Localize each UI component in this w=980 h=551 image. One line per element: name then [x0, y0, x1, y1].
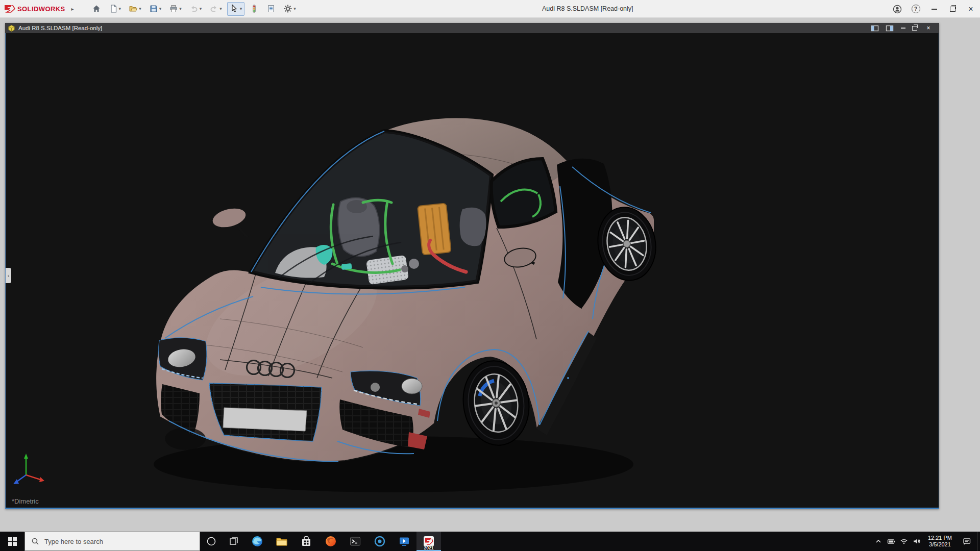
firefox-button[interactable]: [318, 532, 343, 551]
featuremanager-collapse-button[interactable]: ‹: [6, 268, 11, 283]
gear-icon: [283, 4, 292, 13]
document-minimize-button[interactable]: [899, 24, 907, 32]
caret-icon: ▾: [293, 7, 296, 11]
volume-button[interactable]: [911, 532, 923, 551]
document-window-controls: ×: [869, 24, 937, 32]
battery-icon: [887, 537, 896, 545]
home-icon: [92, 4, 101, 13]
close-icon: ×: [926, 25, 930, 31]
minimize-icon: [901, 28, 905, 29]
show-desktop-button[interactable]: [977, 532, 980, 551]
model-audi-r8: [154, 118, 662, 492]
undo-button[interactable]: ▾: [187, 2, 205, 16]
task-view-icon: [229, 537, 238, 546]
solidworks-version-badge: 2021: [424, 545, 434, 550]
help-icon: ?: [912, 5, 920, 13]
close-button[interactable]: ×: [962, 0, 980, 18]
network-button[interactable]: [898, 532, 911, 551]
document-restore-button[interactable]: [911, 24, 919, 32]
cortana-button[interactable]: [200, 532, 223, 551]
pane-right-icon: [886, 24, 894, 32]
redo-button[interactable]: ▾: [207, 2, 225, 16]
menu-expand-arrow-icon[interactable]: ▸: [71, 6, 74, 12]
minimize-button[interactable]: [925, 0, 943, 18]
terminal-button[interactable]: [343, 532, 368, 551]
solidworks-taskbar-button[interactable]: 2021: [416, 532, 441, 551]
document-close-button[interactable]: ×: [922, 24, 935, 32]
view-orientation-label: *Dimetric: [12, 497, 39, 505]
graphics-viewport[interactable]: *Dimetric ‹: [5, 33, 939, 509]
chevron-up-icon: [874, 537, 883, 545]
firefox-icon: [325, 535, 337, 547]
start-button[interactable]: [0, 532, 24, 551]
search-input[interactable]: [43, 537, 200, 546]
restore-button[interactable]: [943, 0, 962, 18]
chevron-left-icon: ‹: [8, 272, 10, 279]
clock-date: 3/5/2021: [929, 541, 951, 548]
file-properties-button[interactable]: [264, 2, 278, 16]
caret-icon: ▾: [200, 7, 202, 11]
new-document-icon: [109, 4, 118, 13]
file-explorer-icon: [276, 535, 288, 547]
windows-logo-icon: [8, 537, 17, 546]
reference-triad: [13, 454, 44, 484]
print-button[interactable]: ▾: [166, 2, 184, 16]
help-button[interactable]: ?: [906, 0, 925, 18]
file-properties-icon: [266, 4, 276, 13]
assembly-icon: [8, 24, 15, 32]
save-button[interactable]: ▾: [146, 2, 164, 16]
new-document-button[interactable]: ▾: [106, 2, 124, 16]
taskbar-clock[interactable]: 12:21 PM 3/5/2021: [923, 532, 957, 551]
undo-icon: [189, 4, 199, 13]
document-titlebar[interactable]: Audi R8 S.SLDASM [Read-only]: [5, 23, 939, 33]
media-app-button[interactable]: [392, 532, 416, 551]
pane-toggle-right-button[interactable]: [884, 24, 895, 32]
search-icon: [31, 537, 39, 545]
action-center-button[interactable]: [957, 532, 977, 551]
document-title: Audi R8 S.SLDASM [Read-only]: [18, 25, 102, 31]
terminal-icon: [349, 535, 361, 547]
home-button[interactable]: [89, 2, 104, 16]
clock-time: 12:21 PM: [928, 535, 952, 542]
battery-button[interactable]: [885, 532, 898, 551]
open-button[interactable]: ▾: [126, 2, 144, 16]
edge-icon: [251, 535, 263, 547]
taskbar-spacer: [441, 532, 872, 551]
volume-icon: [913, 537, 921, 545]
store-icon: [300, 535, 312, 547]
rebuild-button[interactable]: [247, 2, 261, 16]
app-blue-circle-button[interactable]: [368, 532, 392, 551]
caret-icon: ▾: [179, 7, 182, 11]
edge-button[interactable]: [245, 532, 270, 551]
close-icon: ×: [968, 5, 973, 13]
account-button[interactable]: [888, 0, 906, 18]
task-view-button[interactable]: [223, 532, 245, 551]
taskbar-search[interactable]: [24, 532, 200, 551]
rebuild-traffic-light-icon: [250, 4, 259, 13]
print-icon: [169, 4, 178, 13]
wifi-icon: [900, 537, 908, 545]
document-window: Audi R8 S.SLDASM [Read-only]: [5, 23, 939, 509]
window-title: Audi R8 S.SLDASM [Read-only]: [542, 0, 633, 18]
solidworks-logo: SOLIDWORKS ▸: [4, 5, 74, 13]
minimize-icon: [932, 9, 937, 10]
select-tool-button[interactable]: ▾: [227, 2, 245, 16]
app-window-controls: ? ×: [888, 0, 980, 18]
quick-access-toolbar: ▾ ▾ ▾: [89, 2, 299, 16]
save-icon: [149, 4, 158, 13]
license-plate: [223, 408, 307, 431]
solidworks-logo-icon: [4, 5, 15, 13]
caret-icon: ▾: [159, 7, 162, 11]
model-canvas[interactable]: [6, 33, 939, 508]
file-explorer-button[interactable]: [270, 532, 294, 551]
redo-icon: [209, 4, 218, 13]
left-mirror: [210, 205, 249, 237]
store-button[interactable]: [294, 532, 318, 551]
brand-name: SOLIDWORKS: [17, 5, 65, 13]
app-blue-circle-icon: [374, 535, 386, 547]
workspace-area: Audi R8 S.SLDASM [Read-only]: [0, 18, 980, 532]
pane-toggle-left-button[interactable]: [869, 24, 880, 32]
tray-chevron-button[interactable]: [872, 532, 885, 551]
options-button[interactable]: ▾: [281, 2, 299, 16]
taskbar: 2021: [0, 532, 980, 551]
